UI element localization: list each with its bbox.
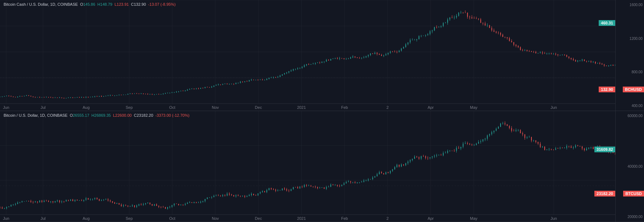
bch-ohlc-change: -13.07 (-8.95%)	[148, 2, 175, 6]
bch-chart-title: Bitcoin Cash / U.S. Dollar, 1D, COINBASE	[4, 2, 78, 6]
x-tick-Sep: Sep	[126, 216, 133, 221]
x-tick-Apr: Apr	[428, 216, 434, 221]
btc-ohlc-l: L22600.00	[113, 113, 132, 117]
x-tick-Nov: Nov	[212, 216, 219, 221]
x-tick-Feb: Feb	[341, 216, 348, 221]
charts-container: Bitcoin Cash / U.S. Dollar, 1D, COINBASE…	[0, 0, 644, 222]
btc-y-axis: 60000.00 40000.00 20000.00	[615, 111, 644, 222]
bch-ohlc-h: H148.79	[97, 2, 113, 6]
btc-chart-panel: Bitcoin / U.S. Dollar, 1D, COINBASE O265…	[0, 111, 644, 222]
bch-y-axis: 1600.00 1200.00 800.00 400.00	[615, 0, 644, 111]
bch-chart-panel: Bitcoin Cash / U.S. Dollar, 1D, COINBASE…	[0, 0, 644, 111]
x-tick-2: 2	[387, 216, 389, 221]
btc-y-label-1: 20000.00	[617, 215, 643, 219]
btc-symbol-badge: BTCUSD	[623, 191, 644, 196]
btc-ohlc-o: O26555.17	[70, 113, 89, 117]
x-tick-Dec: Dec	[255, 216, 262, 221]
x-tick-Aug: Aug	[83, 105, 90, 110]
btc-y-label-3: 60000.00	[617, 114, 643, 118]
btc-chart-title: Bitcoin / U.S. Dollar, 1D, COINBASE	[4, 113, 68, 117]
x-tick-Sep: Sep	[126, 105, 133, 110]
btc-chart-header: Bitcoin / U.S. Dollar, 1D, COINBASE O265…	[4, 113, 189, 117]
bch-price-badge-bottom: 132.90	[599, 87, 615, 92]
bch-y-label-3: 1200.00	[617, 37, 643, 41]
x-tick-Jun: Jun	[551, 216, 557, 221]
x-tick-Nov: Nov	[212, 105, 219, 110]
x-tick-2021: 2021	[297, 216, 306, 221]
btc-price-badge-bottom: 23182.20	[594, 191, 615, 196]
x-tick-Jul: Jul	[41, 105, 46, 110]
x-tick-2: 2	[387, 105, 389, 110]
x-tick-Jun: Jun	[3, 216, 9, 221]
x-tick-Jun: Jun	[3, 105, 9, 110]
x-tick-May: May	[470, 216, 478, 221]
btc-price-badge-top: 31609.82	[594, 147, 615, 152]
x-tick-Feb: Feb	[341, 105, 348, 110]
btc-ohlc-change: -3373.00 (-12.70%)	[155, 113, 189, 117]
btc-x-axis: JunJulAugSepOctNovDec2021Feb2AprMayJun	[0, 214, 615, 222]
x-tick-Oct: Oct	[169, 216, 175, 221]
bch-ohlc-o: O145.86	[80, 2, 95, 6]
x-tick-Jun: Jun	[551, 105, 557, 110]
x-tick-Jul: Jul	[41, 216, 46, 221]
bch-ohlc-l: L123.91	[114, 2, 129, 6]
btc-y-label-2: 40000.00	[617, 165, 643, 168]
bch-price-badge-top: 460.31	[599, 20, 615, 26]
bch-y-label-2: 800.00	[617, 70, 643, 74]
bch-x-axis: JunJulAugSepOctNovDec2021Feb2AprMayJun	[0, 103, 615, 111]
bch-y-label-4: 1600.00	[617, 3, 643, 7]
x-tick-Dec: Dec	[255, 105, 262, 110]
bch-symbol-badge: BCHUSD	[623, 87, 644, 92]
x-tick-2021: 2021	[297, 105, 306, 110]
bch-chart-header: Bitcoin Cash / U.S. Dollar, 1D, COINBASE…	[4, 2, 175, 6]
x-tick-May: May	[470, 105, 478, 110]
x-tick-Apr: Apr	[428, 105, 434, 110]
x-tick-Aug: Aug	[83, 216, 90, 221]
x-tick-Oct: Oct	[169, 105, 175, 110]
bch-candlestick-chart	[0, 0, 615, 104]
btc-ohlc-c: C23182.20	[134, 113, 153, 117]
btc-ohlc-h: H26869.35	[91, 113, 111, 117]
btc-candlestick-chart	[0, 111, 615, 215]
bch-ohlc-c: C132.90	[131, 2, 146, 6]
bch-y-label-1: 400.00	[617, 104, 643, 108]
